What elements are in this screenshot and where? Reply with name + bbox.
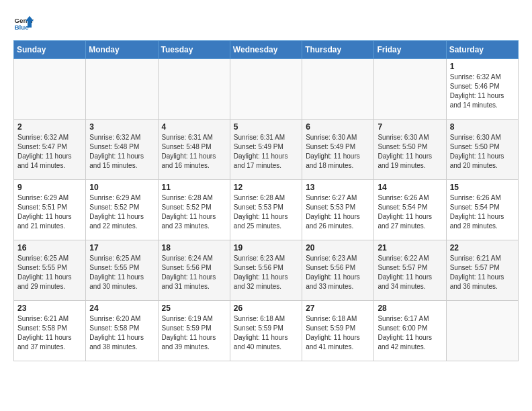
calendar-cell: 8Sunrise: 6:30 AM Sunset: 5:50 PM Daylig… — [446, 120, 518, 180]
calendar-cell — [158, 59, 230, 120]
day-info: Sunrise: 6:21 AM Sunset: 5:57 PM Dayligh… — [450, 254, 515, 291]
day-info: Sunrise: 6:27 AM Sunset: 5:53 PM Dayligh… — [306, 193, 370, 231]
day-info: Sunrise: 6:29 AM Sunset: 5:51 PM Dayligh… — [17, 193, 82, 231]
calendar-cell: 10Sunrise: 6:29 AM Sunset: 5:52 PM Dayli… — [86, 180, 158, 240]
day-info: Sunrise: 6:25 AM Sunset: 5:55 PM Dayligh… — [17, 254, 82, 291]
calendar-cell — [230, 59, 302, 120]
day-info: Sunrise: 6:32 AM Sunset: 5:47 PM Dayligh… — [17, 133, 82, 171]
calendar-cell: 3Sunrise: 6:32 AM Sunset: 5:48 PM Daylig… — [86, 120, 158, 180]
calendar-cell: 22Sunrise: 6:21 AM Sunset: 5:57 PM Dayli… — [446, 240, 518, 301]
calendar-cell: 12Sunrise: 6:28 AM Sunset: 5:53 PM Dayli… — [230, 180, 302, 240]
calendar-week-row: 16Sunrise: 6:25 AM Sunset: 5:55 PM Dayli… — [14, 240, 519, 301]
day-number: 2 — [17, 122, 82, 132]
day-number: 13 — [306, 183, 370, 192]
column-header-thursday: Thursday — [302, 41, 374, 59]
day-info: Sunrise: 6:28 AM Sunset: 5:52 PM Dayligh… — [162, 193, 226, 231]
day-info: Sunrise: 6:21 AM Sunset: 5:58 PM Dayligh… — [17, 314, 82, 352]
day-info: Sunrise: 6:30 AM Sunset: 5:50 PM Dayligh… — [450, 133, 515, 171]
day-number: 14 — [378, 183, 442, 192]
svg-text:Blue: Blue — [15, 24, 30, 31]
calendar-cell: 16Sunrise: 6:25 AM Sunset: 5:55 PM Dayli… — [14, 240, 86, 301]
calendar-cell — [302, 59, 374, 120]
day-info: Sunrise: 6:19 AM Sunset: 5:59 PM Dayligh… — [162, 314, 226, 352]
calendar-header-row: SundayMondayTuesdayWednesdayThursdayFrid… — [14, 41, 519, 59]
logo-icon: General Blue — [13, 13, 34, 34]
day-info: Sunrise: 6:26 AM Sunset: 5:54 PM Dayligh… — [450, 193, 515, 231]
calendar-cell: 6Sunrise: 6:30 AM Sunset: 5:49 PM Daylig… — [302, 120, 374, 180]
day-number: 26 — [234, 304, 298, 313]
day-number: 22 — [450, 243, 515, 253]
day-number: 3 — [89, 122, 154, 132]
day-info: Sunrise: 6:17 AM Sunset: 6:00 PM Dayligh… — [378, 314, 442, 352]
day-info: Sunrise: 6:23 AM Sunset: 5:56 PM Dayligh… — [306, 254, 370, 291]
calendar-cell: 2Sunrise: 6:32 AM Sunset: 5:47 PM Daylig… — [14, 120, 86, 180]
day-number: 27 — [306, 304, 370, 313]
calendar-cell: 21Sunrise: 6:22 AM Sunset: 5:57 PM Dayli… — [374, 240, 446, 301]
calendar-cell: 15Sunrise: 6:26 AM Sunset: 5:54 PM Dayli… — [446, 180, 518, 240]
day-number: 5 — [234, 122, 298, 132]
day-number: 25 — [162, 304, 226, 313]
column-header-monday: Monday — [86, 41, 158, 59]
day-number: 20 — [306, 243, 370, 253]
day-info: Sunrise: 6:24 AM Sunset: 5:56 PM Dayligh… — [162, 254, 226, 291]
day-number: 11 — [162, 183, 226, 192]
day-number: 15 — [450, 183, 515, 192]
logo: General Blue — [13, 13, 34, 34]
calendar-table: SundayMondayTuesdayWednesdayThursdayFrid… — [13, 40, 519, 361]
column-header-saturday: Saturday — [446, 41, 518, 59]
header: General Blue — [13, 13, 519, 34]
day-number: 17 — [89, 243, 154, 253]
calendar-week-row: 2Sunrise: 6:32 AM Sunset: 5:47 PM Daylig… — [14, 120, 519, 180]
calendar-cell: 25Sunrise: 6:19 AM Sunset: 5:59 PM Dayli… — [158, 301, 230, 361]
day-info: Sunrise: 6:32 AM Sunset: 5:46 PM Dayligh… — [450, 73, 515, 110]
calendar-cell: 11Sunrise: 6:28 AM Sunset: 5:52 PM Dayli… — [158, 180, 230, 240]
day-number: 4 — [162, 122, 226, 132]
day-number: 19 — [234, 243, 298, 253]
calendar-cell: 19Sunrise: 6:23 AM Sunset: 5:56 PM Dayli… — [230, 240, 302, 301]
day-info: Sunrise: 6:28 AM Sunset: 5:53 PM Dayligh… — [234, 193, 298, 231]
day-info: Sunrise: 6:22 AM Sunset: 5:57 PM Dayligh… — [378, 254, 442, 291]
day-info: Sunrise: 6:30 AM Sunset: 5:49 PM Dayligh… — [306, 133, 370, 171]
day-number: 8 — [450, 122, 515, 132]
day-info: Sunrise: 6:23 AM Sunset: 5:56 PM Dayligh… — [234, 254, 298, 291]
day-info: Sunrise: 6:31 AM Sunset: 5:49 PM Dayligh… — [234, 133, 298, 171]
calendar-cell: 14Sunrise: 6:26 AM Sunset: 5:54 PM Dayli… — [374, 180, 446, 240]
calendar-cell: 18Sunrise: 6:24 AM Sunset: 5:56 PM Dayli… — [158, 240, 230, 301]
day-number: 9 — [17, 183, 82, 192]
calendar-cell: 13Sunrise: 6:27 AM Sunset: 5:53 PM Dayli… — [302, 180, 374, 240]
day-info: Sunrise: 6:32 AM Sunset: 5:48 PM Dayligh… — [89, 133, 154, 171]
calendar-cell: 9Sunrise: 6:29 AM Sunset: 5:51 PM Daylig… — [14, 180, 86, 240]
day-number: 6 — [306, 122, 370, 132]
calendar-cell: 28Sunrise: 6:17 AM Sunset: 6:00 PM Dayli… — [374, 301, 446, 361]
day-number: 1 — [450, 62, 515, 71]
calendar-cell: 20Sunrise: 6:23 AM Sunset: 5:56 PM Dayli… — [302, 240, 374, 301]
calendar-week-row: 1Sunrise: 6:32 AM Sunset: 5:46 PM Daylig… — [14, 59, 519, 120]
day-number: 18 — [162, 243, 226, 253]
day-info: Sunrise: 6:18 AM Sunset: 5:59 PM Dayligh… — [306, 314, 370, 352]
calendar-cell — [14, 59, 86, 120]
day-number: 24 — [89, 304, 154, 313]
calendar-cell — [86, 59, 158, 120]
day-number: 28 — [378, 304, 442, 313]
calendar-cell — [374, 59, 446, 120]
calendar-cell: 1Sunrise: 6:32 AM Sunset: 5:46 PM Daylig… — [446, 59, 518, 120]
calendar-cell: 4Sunrise: 6:31 AM Sunset: 5:48 PM Daylig… — [158, 120, 230, 180]
day-number: 21 — [378, 243, 442, 253]
calendar-cell: 24Sunrise: 6:20 AM Sunset: 5:58 PM Dayli… — [86, 301, 158, 361]
calendar-cell: 5Sunrise: 6:31 AM Sunset: 5:49 PM Daylig… — [230, 120, 302, 180]
calendar-cell: 23Sunrise: 6:21 AM Sunset: 5:58 PM Dayli… — [14, 301, 86, 361]
day-number: 10 — [89, 183, 154, 192]
day-number: 12 — [234, 183, 298, 192]
day-info: Sunrise: 6:18 AM Sunset: 5:59 PM Dayligh… — [234, 314, 298, 352]
day-number: 23 — [17, 304, 82, 313]
column-header-sunday: Sunday — [14, 41, 86, 59]
day-info: Sunrise: 6:25 AM Sunset: 5:55 PM Dayligh… — [89, 254, 154, 291]
calendar-cell: 26Sunrise: 6:18 AM Sunset: 5:59 PM Dayli… — [230, 301, 302, 361]
calendar-cell: 7Sunrise: 6:30 AM Sunset: 5:50 PM Daylig… — [374, 120, 446, 180]
day-number: 7 — [378, 122, 442, 132]
day-number: 16 — [17, 243, 82, 253]
day-info: Sunrise: 6:30 AM Sunset: 5:50 PM Dayligh… — [378, 133, 442, 171]
day-info: Sunrise: 6:26 AM Sunset: 5:54 PM Dayligh… — [378, 193, 442, 231]
day-info: Sunrise: 6:20 AM Sunset: 5:58 PM Dayligh… — [89, 314, 154, 352]
calendar-week-row: 23Sunrise: 6:21 AM Sunset: 5:58 PM Dayli… — [14, 301, 519, 361]
